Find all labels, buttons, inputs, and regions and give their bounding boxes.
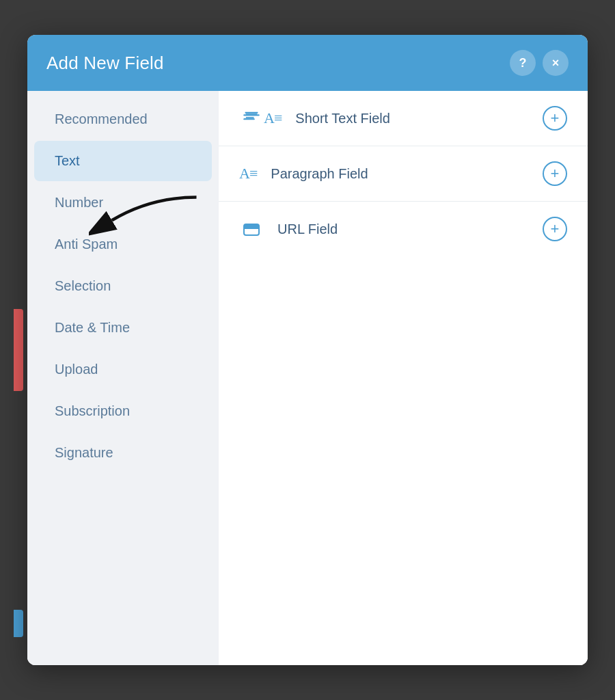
text-field-icon	[239, 109, 264, 128]
help-button[interactable]: ?	[510, 50, 536, 76]
bg-blue-bar	[14, 610, 23, 637]
add-new-field-modal: Add New Field ? × Recommended Text Numbe…	[27, 35, 588, 665]
add-url-button[interactable]: +	[543, 217, 567, 241]
add-short-text-button[interactable]: +	[543, 106, 567, 131]
sidebar-item-date-time[interactable]: Date & Time	[34, 308, 212, 348]
sidebar-item-upload[interactable]: Upload	[34, 349, 212, 390]
url-svg-icon	[242, 219, 261, 239]
bg-red-bar	[14, 309, 23, 391]
paragraph-field-label: Paragraph Field	[271, 166, 529, 182]
short-text-svg-icon	[242, 109, 261, 128]
modal-header: Add New Field ? ×	[27, 35, 588, 91]
sidebar-item-signature[interactable]: Signature	[34, 433, 212, 473]
sidebar-item-text[interactable]: Text	[34, 141, 212, 181]
sidebar-item-selection[interactable]: Selection	[34, 266, 212, 306]
add-paragraph-button[interactable]: +	[543, 161, 567, 186]
url-field-label: URL Field	[277, 221, 529, 237]
sidebar: Recommended Text Number Anti Spam Select…	[27, 91, 219, 665]
ae-icon-paragraph: A≡	[239, 165, 257, 183]
url-icon	[239, 219, 264, 239]
modal-wrapper: Add New Field ? × Recommended Text Numbe…	[14, 22, 601, 678]
main-content: A≡ Short Text Field + A≡ Paragraph Field…	[219, 91, 588, 665]
header-actions: ? ×	[510, 50, 569, 76]
sidebar-item-anti-spam[interactable]: Anti Spam	[34, 224, 212, 265]
ae-icon-short-text: A≡	[264, 109, 282, 127]
short-text-field-label: Short Text Field	[295, 111, 529, 126]
field-row-short-text: A≡ Short Text Field +	[219, 91, 588, 146]
field-row-paragraph: A≡ Paragraph Field +	[219, 146, 588, 202]
sidebar-item-subscription[interactable]: Subscription	[34, 391, 212, 431]
modal-body: Recommended Text Number Anti Spam Select…	[27, 91, 588, 665]
sidebar-item-number[interactable]: Number	[34, 183, 212, 223]
sidebar-item-recommended[interactable]: Recommended	[34, 99, 212, 139]
modal-title: Add New Field	[46, 53, 164, 74]
close-button[interactable]: ×	[543, 50, 569, 76]
field-row-url: URL Field +	[219, 202, 588, 256]
